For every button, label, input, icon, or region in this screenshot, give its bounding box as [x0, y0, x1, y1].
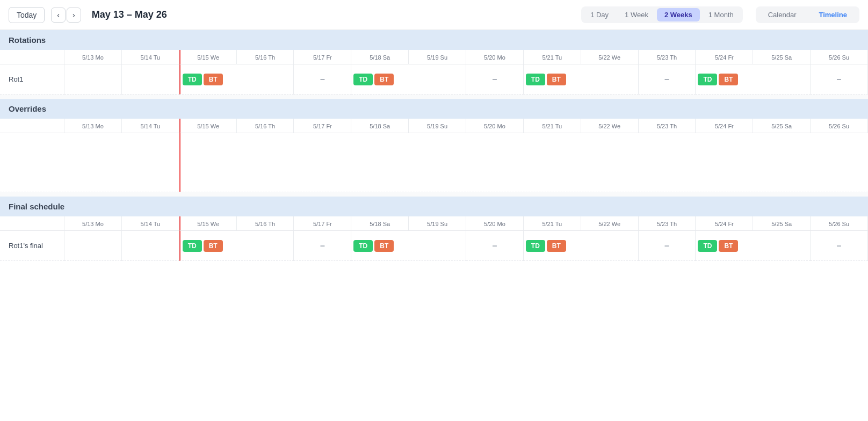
ov-col-header-1: 5/14 Tu — [122, 119, 179, 133]
rot1-chip-td-3[interactable]: TD — [526, 74, 545, 85]
fs-col-header-8: 5/21 Tu — [524, 216, 581, 231]
fs-col-header-2: 5/15 We — [179, 216, 237, 231]
rot1-cell-5-6[interactable]: TD BT — [351, 64, 466, 95]
fs-col-label-empty — [0, 216, 64, 231]
ov-col-header-6: 5/19 Su — [409, 119, 466, 133]
fs-chip-bt-1[interactable]: BT — [204, 240, 223, 252]
col-header-3: 5/16 Th — [237, 50, 294, 64]
overrides-grid: 5/13 Mo 5/14 Tu 5/15 We 5/16 Th 5/17 Fr … — [0, 119, 868, 192]
final-schedule-section: Final schedule 5/13 Mo 5/14 Tu 5/15 We 5… — [0, 197, 868, 261]
mode-timeline[interactable]: Timeline — [808, 8, 858, 21]
fs-col-header-11: 5/24 Fr — [696, 216, 753, 231]
rot1-chip-bt-3[interactable]: BT — [547, 74, 566, 85]
col-header-13: 5/26 Su — [811, 50, 868, 64]
fs-col-header-0: 5/13 Mo — [64, 216, 122, 231]
col-header-9: 5/22 We — [581, 50, 639, 64]
rot1-chip-bt-2[interactable]: BT — [374, 74, 394, 85]
fs-col-header-3: 5/16 Th — [237, 216, 294, 231]
view-1day[interactable]: 1 Day — [583, 8, 616, 21]
col-header-12: 5/25 Sa — [753, 50, 811, 64]
nav-group: ‹ › — [51, 8, 81, 23]
col-header-6: 5/19 Su — [409, 50, 466, 64]
rotations-section: Rotations 5/13 Mo 5/14 Tu 5/15 We 5/16 T… — [0, 30, 868, 95]
view-2weeks[interactable]: 2 Weeks — [657, 8, 700, 21]
col-header-0: 5/13 Mo — [64, 50, 122, 64]
view-1week[interactable]: 1 Week — [617, 8, 656, 21]
fs-chip-td-2[interactable]: TD — [353, 240, 373, 252]
fs-chip-td-3[interactable]: TD — [526, 240, 545, 252]
col-header-1: 5/14 Tu — [122, 50, 179, 64]
rot1-dash-3: – — [662, 75, 671, 84]
fs-cell-4: – — [294, 231, 351, 261]
ov-col-header-8: 5/21 Tu — [524, 119, 581, 133]
col-header-11: 5/24 Fr — [696, 50, 753, 64]
fs-cell-10: – — [639, 231, 696, 261]
rot1-chip-td-2[interactable]: TD — [353, 74, 373, 85]
ov-col-header-10: 5/23 Th — [639, 119, 696, 133]
final-schedule-grid: 5/13 Mo 5/14 Tu 5/15 We 5/16 Th 5/17 Fr … — [0, 216, 868, 261]
fs-chip-td-4[interactable]: TD — [698, 240, 717, 252]
rot1-cell-13: – — [811, 64, 868, 95]
ov-col-header-11: 5/24 Fr — [696, 119, 753, 133]
fs-chip-td-1[interactable]: TD — [183, 240, 202, 252]
rotations-header: Rotations — [0, 30, 868, 50]
rot1-cell-4: – — [294, 64, 351, 95]
ov-col-header-13: 5/26 Su — [811, 119, 868, 133]
rot1-cell-2-3[interactable]: TD BT — [179, 64, 294, 95]
fs-chip-bt-3[interactable]: BT — [547, 240, 566, 252]
fs-dash-4: – — [835, 241, 844, 251]
rot1-dash-2: – — [490, 75, 499, 84]
fs-col-header-10: 5/23 Th — [639, 216, 696, 231]
next-button[interactable]: › — [67, 8, 81, 23]
view-1month[interactable]: 1 Month — [701, 8, 741, 21]
main-content: Rotations 5/13 Mo 5/14 Tu 5/15 We 5/16 T… — [0, 30, 868, 270]
fs-col-header-12: 5/25 Sa — [753, 216, 811, 231]
overrides-empty-area — [0, 133, 868, 192]
rot1-cell-8-9[interactable]: TD BT — [524, 64, 639, 95]
ov-col-header-9: 5/22 We — [581, 119, 639, 133]
final-schedule-header: Final schedule — [0, 197, 868, 216]
today-line-overrides — [179, 133, 180, 192]
prev-button[interactable]: ‹ — [51, 8, 66, 23]
rot1-chip-td-1[interactable]: TD — [183, 74, 202, 85]
rot1-cell-11-12[interactable]: TD BT — [696, 64, 811, 95]
fs-col-header-9: 5/22 We — [581, 216, 639, 231]
fs-col-header-7: 5/20 Mo — [466, 216, 524, 231]
fs-dash-2: – — [490, 241, 499, 251]
ov-col-header-7: 5/20 Mo — [466, 119, 524, 133]
rot1-label: Rot1 — [0, 64, 64, 95]
fs-cell-1 — [122, 231, 179, 261]
rot1-cell-10: – — [639, 64, 696, 95]
ov-col-header-5: 5/18 Sa — [351, 119, 409, 133]
rot1final-label: Rot1's final — [0, 231, 64, 261]
mode-calendar[interactable]: Calendar — [757, 8, 807, 21]
fs-cell-13: – — [811, 231, 868, 261]
ov-col-header-0: 5/13 Mo — [64, 119, 122, 133]
fs-dash-3: – — [662, 241, 671, 251]
rot1-cell-7: – — [466, 64, 524, 95]
rot1-chip-bt-1[interactable]: BT — [204, 74, 223, 85]
rot1-chip-bt-4[interactable]: BT — [719, 74, 738, 85]
fs-cell-5-6[interactable]: TD BT — [351, 231, 466, 261]
ov-col-header-3: 5/16 Th — [237, 119, 294, 133]
fs-dash-1: – — [318, 241, 327, 251]
view-group: 1 Day 1 Week 2 Weeks 1 Month — [581, 6, 743, 23]
fs-cell-8-9[interactable]: TD BT — [524, 231, 639, 261]
mode-group: Calendar Timeline — [756, 6, 859, 23]
col-header-8: 5/21 Tu — [524, 50, 581, 64]
toolbar: Today ‹ › May 13 – May 26 1 Day 1 Week 2… — [0, 0, 868, 30]
today-button[interactable]: Today — [9, 7, 45, 23]
fs-cell-0 — [64, 231, 122, 261]
rot1-dash-1: – — [318, 75, 327, 84]
fs-cell-2-3[interactable]: TD BT — [179, 231, 294, 261]
col-label-empty — [0, 50, 64, 64]
fs-col-header-1: 5/14 Tu — [122, 216, 179, 231]
rot1-cell-0 — [64, 64, 122, 95]
col-header-4: 5/17 Fr — [294, 50, 351, 64]
fs-chip-bt-2[interactable]: BT — [374, 240, 394, 252]
fs-cell-7: – — [466, 231, 524, 261]
ov-col-header-12: 5/25 Sa — [753, 119, 811, 133]
rot1-chip-td-4[interactable]: TD — [698, 74, 717, 85]
fs-chip-bt-4[interactable]: BT — [719, 240, 738, 252]
fs-cell-11-12[interactable]: TD BT — [696, 231, 811, 261]
